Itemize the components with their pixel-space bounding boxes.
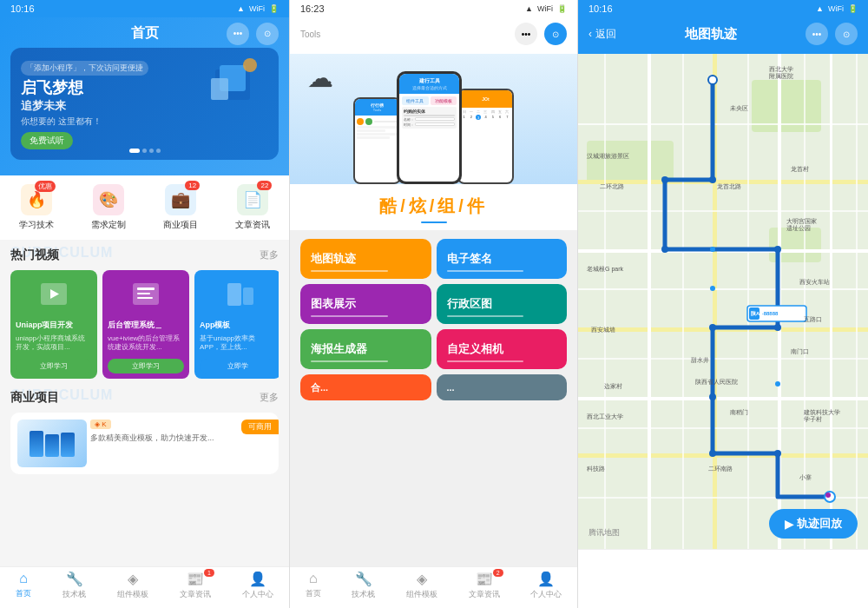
p3-header: ‹ 返回 地图轨迹 ••• ⊙ [578,17,868,54]
p1-banner-tag: 「添加小程序」，下次访问更便捷 [21,61,148,76]
p1-banner-dots [129,149,161,153]
p2-comp-underline-2 [447,270,524,272]
p2-comp-poster[interactable]: 海报生成器 [300,329,431,369]
p2-comp-map-track[interactable]: 地图轨迹 [300,239,431,279]
p3-map-svg: 陕A ·88888 西北大学 附属医院 未央区 汉城湖旅游景区 二环北路 龙首北… [578,54,868,549]
p2-comp-esign[interactable]: 电子签名 [437,239,568,279]
svg-rect-7 [137,287,155,290]
p1-time: 10:16 [10,3,35,14]
p2-comp-camera[interactable]: 自定义相机 [437,329,568,369]
p1-bottom-nav: ⌂ 首页 🔧 技术栈 ◈ 组件模板 📰 1 文章资讯 👤 个人中心 [0,566,289,608]
p1-badge-study: 优惠 [35,181,56,192]
svg-point-39 [661,246,668,253]
p3-more-btn[interactable]: ••• [806,23,828,45]
p2-nav-news[interactable]: 📰 2 文章资讯 [469,571,500,603]
p2-comp-poster-label: 海报生成器 [311,341,367,357]
p1-video-thumb-3 [194,270,279,318]
svg-point-41 [774,324,781,331]
svg-text:五路口: 五路口 [804,316,822,322]
p2-comp-district[interactable]: 行政区图 [437,284,568,324]
p1-card1-title: Uniapp项目开发 [10,318,97,333]
svg-rect-28 [578,358,868,360]
p1-video-card-1[interactable]: Uniapp项目开发 uniapp小程序商城系统开发，实战项目... 立即学习 [10,270,97,380]
p1-menu-grid: 🔥 优惠 学习技术 🎨 需求定制 💼 12 商业项目 📄 22 文章资讯 [0,175,289,240]
p1-badge-biz: 12 [185,181,200,190]
p1-record-btn[interactable]: ⊙ [256,23,279,45]
p1-badge-article: 22 [257,181,272,190]
p1-nav-tech[interactable]: 🔧 技术栈 [62,571,86,603]
p2-comp-district-label: 行政区图 [447,296,492,312]
p2-nav-home[interactable]: ⌂ 首页 [306,571,321,603]
p1-video-card-2[interactable]: 后台管理系统＿ vue+iview的后台管理系统建设系统开发... 立即学习 [102,270,189,380]
p3-time: 10:16 [589,3,613,14]
p2-header-left: Tools [300,30,320,39]
p1-biz-more[interactable]: 更多 [260,391,279,404]
p2-comp-underline-3 [311,315,388,317]
p2-comp-row-4: 合... ... [300,374,567,400]
p2-phone-left-screen: 行行榜 Tools [355,99,399,182]
p2-app-title-block: 酷/炫/组/件 [290,184,577,230]
p1-nav-home-label: 首页 [16,588,31,599]
svg-point-37 [709,176,716,183]
p1-card3-btn[interactable]: 立即学 [200,359,276,373]
p1-menu-study[interactable]: 🔥 优惠 学习技术 [19,184,54,231]
p1-menu-article[interactable]: 📄 22 文章资讯 [235,184,270,231]
p1-card2-btn[interactable]: 立即学习 [108,359,184,373]
svg-point-3 [243,58,257,72]
p2-comp-camera-label: 自定义相机 [447,341,503,357]
svg-rect-35 [856,54,858,549]
p2-header: Tools ••• ⊙ [290,17,577,54]
p3-replay-label: 轨迹回放 [797,516,842,532]
p2-nav-home-label: 首页 [306,588,321,599]
p3-back-btn[interactable]: ‹ 返回 [589,27,616,42]
p2-comp-partial2-label: ... [447,382,455,393]
p3-replay-icon: ▶ [785,518,793,531]
p1-nav-template-icon: ◈ [128,571,138,587]
svg-rect-31 [604,54,606,549]
p1-nav-home-icon: ⌂ [19,571,28,586]
p2-nav-template-icon: ◈ [417,571,427,587]
p1-card3-title: App模板 [194,318,279,333]
p1-trial-btn[interactable]: 免费试听 [21,132,73,149]
p2-nav-tech-icon: 🔧 [355,571,372,587]
p2-more-btn[interactable]: ••• [515,23,537,45]
p2-comp-underline-4 [447,315,524,317]
p1-menu-custom[interactable]: 🎨 需求定制 [91,184,126,231]
p1-card2-desc: vue+iview的后台管理系统建设系统开发... [102,333,189,356]
p3-record-btn[interactable]: ⊙ [835,23,858,45]
svg-point-38 [661,176,668,183]
svg-text:建筑科技大学: 建筑科技大学 [803,409,840,415]
p2-comp-chart[interactable]: 图表展示 [300,284,431,324]
p1-nav-news[interactable]: 📰 1 文章资讯 [180,571,211,603]
p3-replay-btn[interactable]: ▶ 轨迹回放 [769,509,858,539]
p2-nav-profile[interactable]: 👤 个人中心 [530,571,562,603]
p1-biz-card[interactable]: 可商用 ◈ K 多款精美商业模板，助力快速开发... [10,413,279,474]
p2-components-grid: 地图轨迹 电子签名 图表展示 行政区图 海报生成器 [290,230,577,409]
p2-header-actions: ••• ⊙ [515,23,567,45]
p1-menu-biz[interactable]: 💼 12 商业项目 [163,184,198,231]
p2-comp-partial-label: 合... [311,381,328,394]
p3-status-bar: 10:16 ▲ WiFi 🔋 [578,0,868,17]
p2-comp-partial2[interactable]: ... [437,374,568,400]
svg-text:·88888: ·88888 [762,311,779,316]
p1-nav-template[interactable]: ◈ 组件模板 [117,571,148,603]
p1-video-thumb-2 [102,270,189,318]
p1-card1-btn[interactable]: 立即学习 [16,359,92,373]
p1-header-title: 首页 [131,24,159,43]
p1-nav-home[interactable]: ⌂ 首页 [16,571,31,603]
p1-card3-desc: 基于uniapp效率类APP，至上线... [194,333,279,356]
p2-comp-chart-label: 图表展示 [311,296,356,312]
svg-rect-19 [578,397,868,400]
p1-nav-profile[interactable]: 👤 个人中心 [242,571,273,603]
svg-text:附属医院: 附属医院 [769,73,793,79]
p1-hot-more[interactable]: 更多 [260,248,279,261]
p2-comp-partial[interactable]: 合... [300,374,431,400]
p1-biz-title: 商业项目 [10,390,59,404]
p2-comp-map-label: 地图轨迹 [311,251,356,267]
p1-more-btn[interactable]: ••• [227,23,249,45]
p2-nav-template[interactable]: ◈ 组件模板 [406,571,437,603]
p2-nav-tech[interactable]: 🔧 技术栈 [352,571,375,603]
p2-record-btn[interactable]: ⊙ [544,23,567,45]
p1-video-card-3[interactable]: App模板 基于uniapp效率类APP，至上线... 立即学 [194,270,279,380]
p3-map[interactable]: 陕A ·88888 西北大学 附属医院 未央区 汉城湖旅游景区 二环北路 龙首北… [578,54,868,549]
